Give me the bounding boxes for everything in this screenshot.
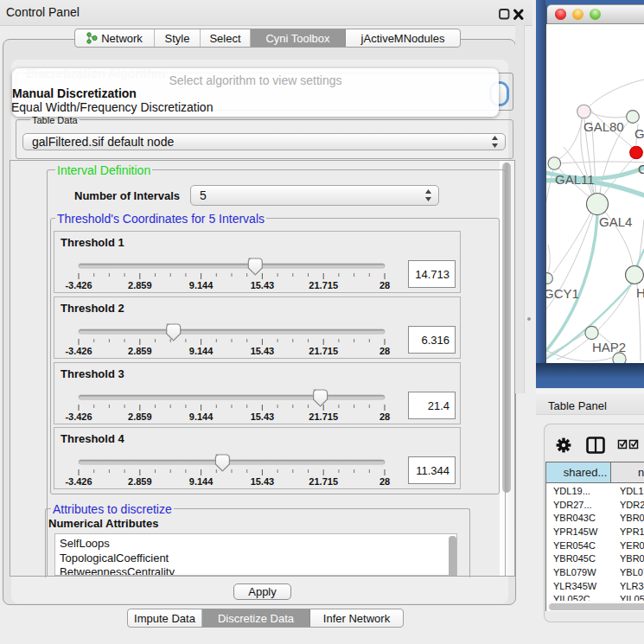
svg-text:15.43: 15.43 — [251, 280, 275, 290]
svg-text:GA: GA — [634, 126, 644, 141]
svg-text:28: 28 — [379, 280, 390, 290]
svg-text:21.715: 21.715 — [309, 280, 338, 290]
svg-text:GAL11: GAL11 — [555, 172, 595, 187]
svg-text:GAL80: GAL80 — [583, 119, 624, 134]
svg-text:H: H — [636, 285, 644, 300]
svg-text:9.144: 9.144 — [189, 280, 214, 290]
svg-text:C: C — [638, 162, 644, 176]
svg-text:HAP2: HAP2 — [592, 340, 626, 354]
svg-text:GAL4: GAL4 — [599, 214, 632, 229]
svg-text:GCY1: GCY1 — [546, 286, 579, 301]
svg-text:-3.426: -3.426 — [65, 280, 92, 290]
svg-text:2.859: 2.859 — [128, 280, 152, 290]
